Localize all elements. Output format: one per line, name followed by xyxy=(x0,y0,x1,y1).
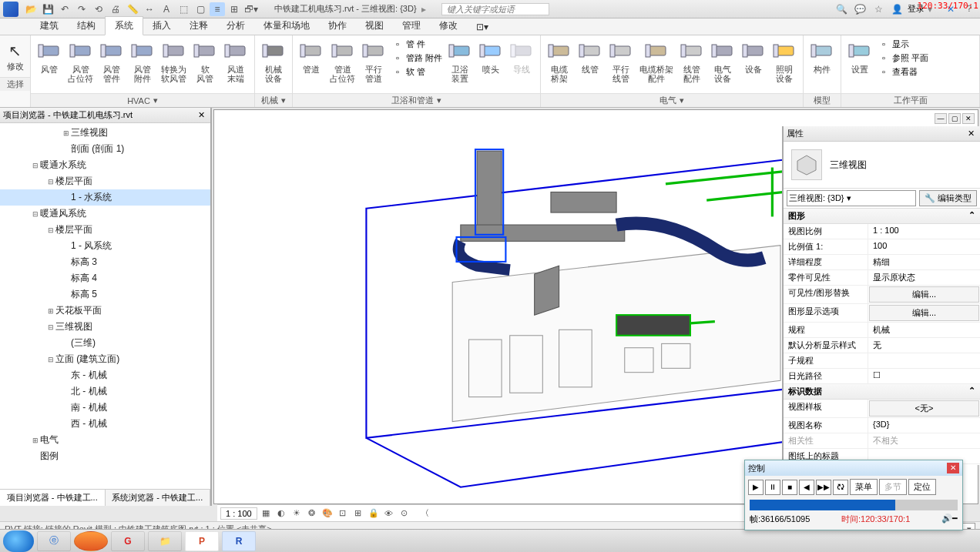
stop-icon[interactable]: ■ xyxy=(782,480,797,495)
scale-selector[interactable]: 1 : 100 xyxy=(220,507,257,520)
tab-extra[interactable]: ⊡▾ xyxy=(467,19,498,35)
expander-icon[interactable]: ⊟ xyxy=(46,323,55,331)
section-icon[interactable]: ▢ xyxy=(193,2,208,16)
thin-icon[interactable]: ≡ xyxy=(210,2,225,16)
close-view-icon[interactable]: ✕ xyxy=(962,113,975,124)
expander-icon[interactable]: ⊟ xyxy=(31,162,40,169)
tree-node[interactable]: 西 - 机械 xyxy=(0,416,210,432)
open-icon[interactable]: 📂 xyxy=(23,2,39,16)
prop-value[interactable]: 编辑... xyxy=(869,286,979,303)
pause-icon[interactable]: ⏸ xyxy=(765,480,780,495)
tree-node[interactable]: 1 - 风系统 xyxy=(0,238,210,254)
tree-node[interactable]: 南 - 机械 xyxy=(0,400,210,416)
elec-eq-button[interactable]: 电气 设备 xyxy=(707,37,738,85)
expander-icon[interactable]: ⊞ xyxy=(31,437,40,444)
sync-icon[interactable]: ⟲ xyxy=(91,2,106,16)
visual-style-icon[interactable]: ◐ xyxy=(274,507,288,520)
prop-value[interactable]: <无> xyxy=(869,400,979,417)
flex-pipe-button[interactable]: ▫软 管 xyxy=(389,65,445,79)
tree-node[interactable]: 图例 xyxy=(0,448,210,464)
crop-show-icon[interactable]: ⊞ xyxy=(351,507,365,520)
menu-button[interactable]: 菜单 xyxy=(850,479,878,495)
prop-value[interactable]: ☐ xyxy=(868,369,980,383)
conduit-par-button[interactable]: 平行 线管 xyxy=(606,37,636,85)
mech-button[interactable]: 机械 设备 xyxy=(258,37,289,85)
tray-button[interactable]: 电缆 桥架 xyxy=(544,37,575,85)
render-icon[interactable]: 🎨 xyxy=(321,507,334,520)
tree-node[interactable]: ⊟暖通风系统 xyxy=(0,206,210,222)
pipe-ph-button[interactable]: 管道 占位符 xyxy=(327,37,358,85)
conduit-fit-button[interactable]: 线管 配件 xyxy=(676,37,707,85)
pipe-par-button[interactable]: 平行 管道 xyxy=(358,37,389,85)
expander-icon[interactable]: ⊞ xyxy=(62,129,71,137)
tab-arch[interactable]: 建筑 xyxy=(31,17,68,35)
multi-button[interactable]: 多节 xyxy=(879,479,907,495)
tree-node[interactable]: ⊟立面 (建筑立面) xyxy=(0,351,210,367)
plumb-button[interactable]: 卫浴 装置 xyxy=(445,37,475,85)
browser-tab-project[interactable]: 项目浏览器 - 中铁建工... xyxy=(0,490,106,506)
conduit-button[interactable]: 线管 xyxy=(575,37,606,75)
tree-node[interactable]: 北 - 机械 xyxy=(0,383,210,400)
close-inactive-icon[interactable]: ⊞ xyxy=(227,2,242,16)
tree-node[interactable]: 标高 5 xyxy=(0,286,210,303)
shadow-icon[interactable]: ❂ xyxy=(305,507,319,520)
control-window[interactable]: 控制 ✕ ▶ ⏸ ■ ◀ ▶▶ 🗘 菜单 多节 定位 帧:36166/51095… xyxy=(744,460,963,530)
wire-button[interactable]: 导线 xyxy=(506,37,537,75)
tree-node[interactable]: 标高 3 xyxy=(0,254,210,270)
prop-group-header[interactable]: 图形⌃ xyxy=(784,209,980,224)
prop-value[interactable]: 不相关 xyxy=(868,433,980,448)
duct-fit-button[interactable]: 风管 管件 xyxy=(96,37,127,85)
save-icon[interactable]: 💾 xyxy=(40,2,55,16)
tab-view[interactable]: 视图 xyxy=(356,17,393,35)
prop-value[interactable]: 编辑... xyxy=(869,305,979,321)
sprink-button[interactable]: 喷头 xyxy=(475,37,506,75)
expander-icon[interactable]: ⊟ xyxy=(46,356,55,363)
tree-node[interactable]: 东 - 机械 xyxy=(0,367,210,383)
pipe-fit-button[interactable]: ▫管 件 xyxy=(389,37,445,51)
start-button[interactable] xyxy=(3,530,34,552)
search-input[interactable] xyxy=(441,3,549,15)
detail-icon[interactable]: ▦ xyxy=(259,507,273,520)
locate-button[interactable]: 定位 xyxy=(908,479,936,495)
tab-collab[interactable]: 协作 xyxy=(319,17,356,35)
powerpoint-icon[interactable]: P xyxy=(185,531,219,551)
tree-node[interactable]: ⊟三维视图 xyxy=(0,319,210,335)
tab-annotate[interactable]: 注释 xyxy=(180,17,217,35)
prop-value[interactable]: 显示原状态 xyxy=(868,270,980,285)
sun-icon[interactable]: ☀ xyxy=(290,507,304,520)
tree-node[interactable]: 标高 4 xyxy=(0,270,210,286)
project-tree[interactable]: ⊞三维视图剖面 (剖面 1)⊟暖通水系统⊟楼层平面1 - 水系统⊟暖通风系统⊟楼… xyxy=(0,123,210,489)
prop-value[interactable]: 无 xyxy=(868,338,980,353)
tab-systems[interactable]: 系统 xyxy=(105,16,143,35)
tab-struct[interactable]: 结构 xyxy=(68,17,105,35)
user-icon[interactable]: 👤 xyxy=(889,2,904,16)
browser-tab-system[interactable]: 系统浏览器 - 中铁建工... xyxy=(106,490,211,506)
3d-icon[interactable]: ⬚ xyxy=(176,2,191,16)
tree-node[interactable]: ⊟楼层平面 xyxy=(0,222,210,238)
flex-button[interactable]: 软 风管 xyxy=(190,37,220,85)
prop-value[interactable]: 机械 xyxy=(868,323,980,337)
redo-icon[interactable]: ↷ xyxy=(74,2,89,16)
prev-icon[interactable]: ◀ xyxy=(799,480,814,495)
loop-icon[interactable]: 🗘 xyxy=(833,480,848,495)
lock-icon[interactable]: 🔒 xyxy=(367,507,381,520)
next-icon[interactable]: ▶▶ xyxy=(816,480,831,495)
tree-node[interactable]: ⊟楼层平面 xyxy=(0,173,210,189)
reveal-icon[interactable]: ⊙ xyxy=(398,507,411,520)
revit-task-icon[interactable]: R xyxy=(222,531,256,551)
tab-analyze[interactable]: 分析 xyxy=(217,17,254,35)
duct-ph-button[interactable]: 风管 占位符 xyxy=(65,37,96,85)
dropdown-icon[interactable]: ▾ xyxy=(680,95,684,105)
prop-group-header[interactable]: 标识数据⌃ xyxy=(784,384,980,400)
binoculars-icon[interactable]: 🔍 xyxy=(834,2,849,16)
play-icon[interactable]: ▶ xyxy=(748,480,764,495)
prop-value[interactable]: {3D} xyxy=(868,418,980,433)
tree-node[interactable]: (三维) xyxy=(0,335,210,351)
show-button[interactable]: ▫显示 xyxy=(875,37,931,51)
volume-icon[interactable]: 🔊━ xyxy=(941,514,958,525)
explorer-icon[interactable]: 📁 xyxy=(148,531,182,551)
prop-value[interactable]: 精细 xyxy=(868,255,980,269)
expander-icon[interactable]: ⊞ xyxy=(46,307,55,315)
light-button[interactable]: 照明 设备 xyxy=(769,37,800,85)
device-button[interactable]: 设备 xyxy=(738,37,769,75)
